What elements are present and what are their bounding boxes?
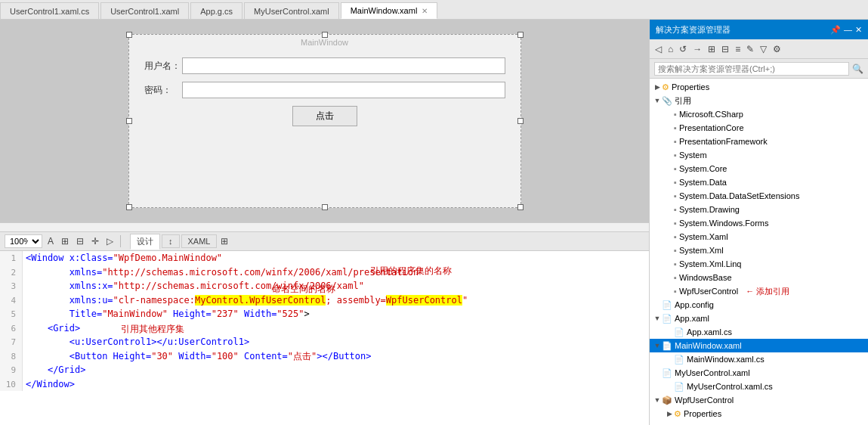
tb-btn-1[interactable]: ◁ xyxy=(653,42,664,56)
handle-left-center[interactable] xyxy=(126,118,132,124)
tree-item-18[interactable]: 📄App.xaml.cs xyxy=(650,325,868,339)
expand-icon-17[interactable]: ▼ xyxy=(653,315,662,322)
handle-top-center[interactable] xyxy=(322,32,328,38)
tree-item-label-0: Properties xyxy=(672,82,709,92)
tree-area[interactable]: ▶⚙Properties▼📎引用▪Microsoft.CSharp▪Presen… xyxy=(650,79,868,425)
design-tab[interactable]: 设计 xyxy=(130,234,160,250)
line-content-10[interactable]: </Window> xyxy=(23,377,649,392)
password-input[interactable] xyxy=(182,82,505,98)
item-icon-3: ▪ xyxy=(674,123,677,132)
search-input[interactable] xyxy=(654,62,849,76)
item-icon-8: ▪ xyxy=(674,191,677,200)
tree-item-11[interactable]: ▪System.Xaml xyxy=(650,230,868,244)
item-icon-10: ▪ xyxy=(674,219,677,228)
tb-btn-props[interactable]: ⚙ xyxy=(771,42,783,56)
handle-right-center[interactable] xyxy=(517,118,524,124)
tree-item-3[interactable]: ▪PresentationCore xyxy=(650,121,868,135)
code-area: 1<Window x:Class="WpfDemo.MainWindow"2 x… xyxy=(0,251,649,425)
nav-btn[interactable]: ▷ xyxy=(104,234,116,248)
item-icon-13: ▪ xyxy=(674,259,677,268)
line-content-2[interactable]: xmlns="http://schemas.microsoft.com/winf… xyxy=(23,265,649,280)
expand-icon-23[interactable]: ▼ xyxy=(653,396,662,404)
line-content-5[interactable]: Title="MainWindow" Height="237" Width="5… xyxy=(23,307,649,321)
tree-item-label-14: WindowsBase xyxy=(679,273,732,282)
handle-top-right[interactable] xyxy=(517,32,524,38)
tree-item-21[interactable]: 📄MyUserControl.xaml xyxy=(650,366,868,380)
tree-item-label-24: Properties xyxy=(684,409,721,418)
split-btn[interactable]: ⊞ xyxy=(218,234,230,248)
tree-item-label-23: WpfUserControl xyxy=(675,396,734,405)
zoom-select[interactable]: 100% 75% 150% xyxy=(5,234,42,248)
tb-btn-4[interactable]: ⊞ xyxy=(706,42,718,56)
tb-btn-filter[interactable]: ▽ xyxy=(758,42,769,56)
tree-item-5[interactable]: ▪System xyxy=(650,148,868,162)
tree-item-20[interactable]: 📄MainWindow.xaml.cs xyxy=(650,352,868,366)
expand-icon-1[interactable]: ▼ xyxy=(653,97,662,104)
tree-item-24[interactable]: ▶⚙Properties xyxy=(650,407,868,420)
tb-btn-7[interactable]: ✎ xyxy=(744,42,756,56)
tree-item-23[interactable]: ▼📦WpfUserControl xyxy=(650,393,868,407)
tree-item-12[interactable]: ▪System.Xml xyxy=(650,244,868,257)
panel-title: 解决方案资源管理器 xyxy=(656,24,731,36)
expand-icon-24[interactable]: ▶ xyxy=(665,410,674,417)
code-editor[interactable]: 1<Window x:Class="WpfDemo.MainWindow"2 x… xyxy=(0,251,649,425)
tab-usercontrol-xaml[interactable]: UserControl1.xaml xyxy=(100,2,189,19)
horizontal-scrollbar[interactable] xyxy=(0,222,649,231)
tab-myusercontrol-xaml[interactable]: MyUserControl.xaml xyxy=(244,2,339,19)
click-button[interactable]: 点击 xyxy=(292,106,357,126)
close-tab-mainwindow-xaml[interactable]: ✕ xyxy=(422,7,428,15)
line-content-7[interactable]: <u:UserControl1></u:UserControl1> xyxy=(23,335,649,349)
tb-btn-5[interactable]: ⊟ xyxy=(719,42,731,56)
tree-item-14[interactable]: ▪WindowsBase xyxy=(650,271,868,284)
item-icon-19: 📄 xyxy=(662,341,672,351)
line-content-8[interactable]: <Button Height="30" Width="100" Content=… xyxy=(23,349,649,364)
tb-btn-home[interactable]: ⌂ xyxy=(666,42,675,56)
tab-mainwindow-xaml[interactable]: MainWindow.xaml✕ xyxy=(341,2,438,19)
item-icon-17: 📄 xyxy=(662,314,672,324)
tree-item-19[interactable]: ▼📄MainWindow.xaml xyxy=(650,339,868,352)
grid-btn[interactable]: ⊞ xyxy=(59,234,71,248)
handle-bottom-left[interactable] xyxy=(126,204,132,210)
tree-item-8[interactable]: ▪System.Data.DataSetExtensions xyxy=(650,189,868,203)
align-btn[interactable]: ✛ xyxy=(89,234,101,248)
tree-item-13[interactable]: ▪System.Xml.Linq xyxy=(650,257,868,271)
line-content-4[interactable]: xmlns:u="clr-namespace:MyControl.WpfUser… xyxy=(23,293,649,308)
expand-icon-0[interactable]: ▶ xyxy=(653,83,662,91)
panel-minus-icon[interactable]: — xyxy=(844,25,852,34)
tree-item-16[interactable]: 📄App.config xyxy=(650,298,868,312)
panel-pin-icon[interactable]: 📌 xyxy=(830,25,841,35)
tree-item-15[interactable]: ▪WpfUserControl← 添加引用 xyxy=(650,284,868,298)
item-icon-9: ▪ xyxy=(674,205,677,214)
line-content-3[interactable]: xmlns:x="http://schemas.microsoft.com/wi… xyxy=(23,279,649,293)
tb-btn-2[interactable]: ↺ xyxy=(677,42,689,56)
line-content-1[interactable]: <Window x:Class="WpfDemo.MainWindow" xyxy=(23,251,649,265)
tree-item-9[interactable]: ▪System.Drawing xyxy=(650,203,868,216)
tab-app-g-cs[interactable]: App.g.cs xyxy=(190,2,242,19)
tree-item-10[interactable]: ▪System.Windows.Forms xyxy=(650,216,868,230)
tree-item-4[interactable]: ▪PresentationFramework xyxy=(650,135,868,148)
line-content-9[interactable]: </Grid> xyxy=(23,363,649,377)
tree-item-1[interactable]: ▼📎引用 xyxy=(650,94,868,107)
tree-item-7[interactable]: ▪System.Data xyxy=(650,175,868,189)
tree-item-0[interactable]: ▶⚙Properties xyxy=(650,80,868,94)
username-input[interactable] xyxy=(182,57,505,74)
tree-item-17[interactable]: ▼📄App.xaml xyxy=(650,312,868,325)
tree-item-2[interactable]: ▪Microsoft.CSharp xyxy=(650,107,868,121)
password-label: 密码： xyxy=(144,84,182,97)
font-btn[interactable]: A xyxy=(45,234,56,248)
tab-usercontrol-cs[interactable]: UserControl1.xaml.cs xyxy=(0,2,99,19)
xaml-tab[interactable]: XAML xyxy=(181,234,218,248)
search-icon[interactable]: 🔍 xyxy=(852,64,863,74)
expand-icon-19[interactable]: ▼ xyxy=(653,342,662,349)
tb-btn-6[interactable]: ≡ xyxy=(733,42,743,56)
tree-item-6[interactable]: ▪System.Core xyxy=(650,162,868,175)
tb-btn-3[interactable]: → xyxy=(690,42,704,56)
tree-item-label-21: MyUserControl.xaml xyxy=(675,368,750,377)
tree-item-22[interactable]: 📄MyUserControl.xaml.cs xyxy=(650,380,868,393)
handle-top-left[interactable] xyxy=(126,32,132,38)
snap-btn[interactable]: ⊟ xyxy=(74,234,86,248)
panel-close-icon[interactable]: ✕ xyxy=(855,25,862,35)
handle-bottom-right[interactable] xyxy=(517,204,524,210)
line-content-6[interactable]: <Grid> xyxy=(23,321,649,336)
handle-bottom-center[interactable] xyxy=(322,204,328,210)
